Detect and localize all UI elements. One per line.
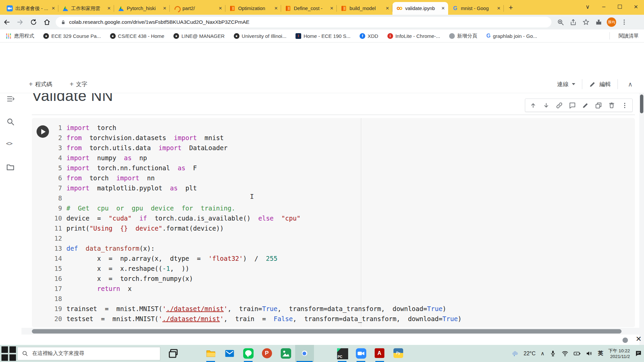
bookmark-item[interactable]: fXDD <box>360 33 378 39</box>
bookmark-item[interactable]: IHome - ECE 190 S... <box>296 33 351 39</box>
code-line[interactable]: 2from torchvision.datasets import mnist <box>32 133 626 143</box>
action-center-icon[interactable] <box>635 350 642 357</box>
add-comment-icon[interactable] <box>567 100 577 110</box>
open-in-tab-icon[interactable] <box>593 100 603 110</box>
battery-icon[interactable] <box>574 350 581 357</box>
code-snippets-icon[interactable]: <> <box>6 140 15 149</box>
forward-button[interactable] <box>13 16 27 28</box>
code-line[interactable]: 16 x = torch.from_numpy(x) <box>32 274 626 284</box>
tab-close-icon[interactable]: × <box>218 5 223 12</box>
zoom-page-icon[interactable] <box>554 16 567 28</box>
code-line[interactable]: 19trainset = mnist.MNIST('./dataset/mnis… <box>32 304 626 314</box>
tab-close-icon[interactable]: × <box>107 5 111 12</box>
code-line[interactable]: 4import numpy as np <box>32 153 626 163</box>
code-line[interactable]: 20testset = mnist.MNIST('./dataset/mnist… <box>32 314 626 324</box>
start-button[interactable] <box>0 345 17 362</box>
tab-close-icon[interactable]: × <box>162 5 167 12</box>
tab-close-icon[interactable]: × <box>496 5 501 12</box>
weather-icon[interactable] <box>512 350 519 357</box>
bookmark-star-icon[interactable] <box>580 16 592 28</box>
new-tab-button[interactable]: + <box>506 3 516 13</box>
code-line[interactable]: 11print("Using {} device".format(device)… <box>32 223 626 233</box>
browser-tab[interactable]: Optimization × <box>225 2 281 15</box>
markdown-heading[interactable]: Validate NN <box>32 93 113 105</box>
browser-tab[interactable]: Pytorch_hiski × <box>114 2 170 15</box>
move-cell-down-icon[interactable] <box>541 100 551 110</box>
browser-tab[interactable]: 出席者會後 - ... × <box>3 2 58 15</box>
code-line[interactable]: 10device = "cuda" if torch.cuda.is_avail… <box>32 213 626 223</box>
taskbar-app-file-explorer[interactable] <box>201 345 220 362</box>
bookmark-item[interactable]: iInfoLite - Chrome-... <box>387 33 440 39</box>
collapse-header-chevron[interactable]: ∧ <box>625 80 636 88</box>
bookmark-item[interactable]: ●University of Illinoi... <box>234 33 286 39</box>
bookmark-item[interactable]: ●LINE@ MANAGER <box>173 33 225 39</box>
browser-profile-avatar[interactable]: 厚均 <box>605 16 618 28</box>
taskbar-app-firefox[interactable] <box>314 345 333 362</box>
vertical-scrollbar-thumb[interactable] <box>640 95 643 113</box>
bookmark-item[interactable]: 新增分頁 <box>449 33 477 39</box>
code-line[interactable]: 1import torch <box>32 123 626 133</box>
back-button[interactable] <box>0 16 13 28</box>
code-line[interactable]: 9# Get cpu or gpu device for training. <box>32 203 626 213</box>
taskbar-app-zoom[interactable] <box>352 345 370 362</box>
delete-cell-icon[interactable] <box>606 100 616 110</box>
edit-cell-icon[interactable] <box>580 100 590 110</box>
code-editor[interactable]: 1import torch2from torchvision.datasets … <box>32 123 626 324</box>
taskbar-clock[interactable]: 下午 10:22 2021/11/2 <box>608 348 630 359</box>
vertical-scrollbar[interactable] <box>639 93 644 345</box>
more-options-icon[interactable] <box>620 100 630 110</box>
code-line[interactable]: 6from torch import nn <box>32 173 626 183</box>
edit-mode-button[interactable]: 編輯 <box>589 80 611 88</box>
browser-tab[interactable]: Define_cost - × <box>281 2 337 15</box>
wifi-icon[interactable] <box>561 350 569 357</box>
hidden-icons-chevron[interactable]: ∧ <box>541 350 545 357</box>
taskbar-app-mail[interactable] <box>220 345 239 362</box>
taskbar-app-pycharm[interactable]: PC <box>333 345 352 362</box>
code-line[interactable]: 8 <box>32 193 626 203</box>
files-folder-icon[interactable] <box>6 163 15 172</box>
share-icon[interactable] <box>567 16 580 28</box>
move-cell-up-icon[interactable] <box>528 100 538 110</box>
connect-button[interactable]: 連線 <box>557 80 575 88</box>
tab-close-icon[interactable]: × <box>274 5 278 12</box>
tab-close-icon[interactable]: × <box>441 5 445 12</box>
browser-tab[interactable]: validate.ipynb × <box>392 2 448 15</box>
horizontal-scrollbar-thumb[interactable] <box>32 329 622 334</box>
browser-tab[interactable]: 工作和家用雲 × <box>58 2 114 15</box>
search-icon[interactable] <box>6 117 15 127</box>
add-text-cell-button[interactable]: + 文字 <box>70 80 88 88</box>
horizontal-scrollbar[interactable] <box>21 328 644 335</box>
tab-close-icon[interactable]: × <box>329 5 334 12</box>
taskbar-app-task-view[interactable] <box>164 345 182 362</box>
code-line[interactable]: 12 <box>32 233 626 243</box>
browser-menu-icon[interactable] <box>618 16 631 28</box>
bookmark-item[interactable]: ●CS/ECE 438 - Home <box>110 33 164 39</box>
tab-close-icon[interactable]: × <box>51 5 56 12</box>
reload-button[interactable] <box>27 16 40 28</box>
browser-tab[interactable]: G mnist - Goog × <box>448 2 504 15</box>
home-button[interactable] <box>40 16 54 28</box>
close-window-button[interactable]: × <box>628 0 644 13</box>
copy-link-icon[interactable] <box>554 100 564 110</box>
maximize-button[interactable] <box>612 0 628 13</box>
code-line[interactable]: 14 x = np.array(x, dtype = 'float32') / … <box>32 253 626 263</box>
taskbar-app-photos[interactable] <box>276 345 295 362</box>
minimize-button[interactable]: – <box>596 0 612 13</box>
code-line[interactable]: 13def data_transform(x): <box>32 243 626 253</box>
code-line[interactable]: 17 return x <box>32 284 626 294</box>
bookmark-item[interactable]: 應用程式 <box>5 33 34 39</box>
bookmark-item[interactable]: ●ECE 329 Course Pa... <box>43 33 101 39</box>
taskbar-app-powerpoint[interactable]: P <box>258 345 276 362</box>
bookmark-item[interactable]: Ggraphlab join - Go... <box>486 33 537 39</box>
code-line[interactable]: 15 x = x.reshape((-1, )) <box>32 263 626 274</box>
microphone-icon[interactable] <box>549 350 556 357</box>
extensions-puzzle-icon[interactable] <box>592 16 605 28</box>
code-line[interactable]: 7import matplotlib.pyplot as plt <box>32 183 626 193</box>
code-line[interactable]: 5import torch.nn.functional as F <box>32 163 626 173</box>
volume-icon[interactable] <box>586 350 593 357</box>
browser-tab[interactable]: build_model × <box>337 2 392 15</box>
taskbar-app-python[interactable]: Py <box>389 345 408 362</box>
browser-tab[interactable]: part2/ × <box>170 2 225 15</box>
add-code-cell-button[interactable]: + 程式碼 <box>29 80 52 88</box>
tab-search-chevron-icon[interactable]: ∨ <box>580 0 596 13</box>
